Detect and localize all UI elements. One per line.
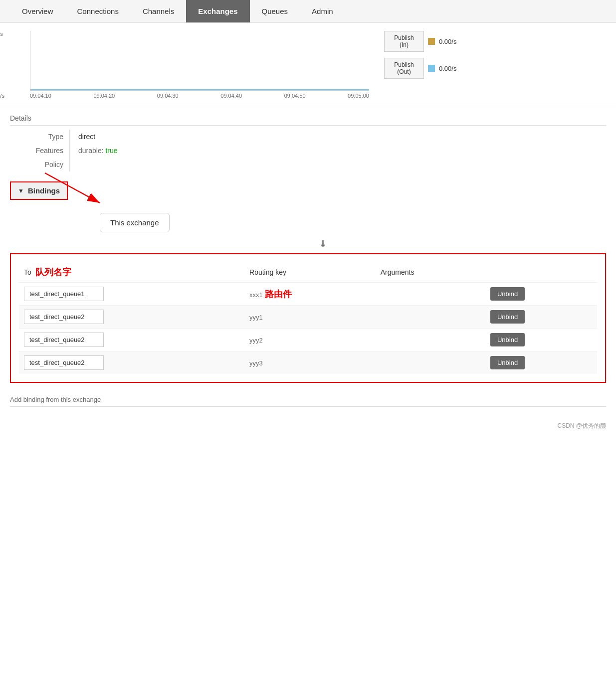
add-binding-section: Add binding from this exchange xyxy=(0,391,616,417)
chart-y-bottom: 0.0 /s xyxy=(0,93,4,99)
chart-legend: Publish (In) 0.00/s Publish (Out) 0.00/s xyxy=(384,31,456,79)
nav-queues[interactable]: Queues xyxy=(250,0,300,22)
annotation-routing: 路由件 xyxy=(265,289,292,299)
legend-label-in-1: Publish xyxy=(391,34,417,41)
details-value-policy xyxy=(70,158,606,171)
details-row-policy: Policy xyxy=(10,158,606,171)
x-label-1: 09:04:10 xyxy=(30,93,51,99)
details-section: Details Type direct Features durable: tr… xyxy=(0,104,616,176)
unbind-button-2[interactable]: Unbind xyxy=(490,310,525,324)
table-row: test_direct_queue2 yyy3 Unbind xyxy=(19,351,597,374)
x-label-4: 09:04:40 xyxy=(220,93,242,99)
routing-key-2: yyy1 xyxy=(249,314,263,321)
routing-key-cell-4: yyy3 xyxy=(244,351,376,374)
details-value-features: durable: true xyxy=(70,144,606,158)
routing-key-3: yyy2 xyxy=(249,336,263,344)
bindings-table: To 队列名字 Routing key Arguments test_direc… xyxy=(19,262,597,374)
legend-label-out-1: Publish xyxy=(391,61,417,68)
legend-label-out-2: (Out) xyxy=(391,68,417,75)
legend-btn-in: Publish (In) xyxy=(384,31,424,52)
unbind-button-3[interactable]: Unbind xyxy=(490,333,525,346)
queue-cell-3: test_direct_queue2 xyxy=(19,329,244,351)
bindings-table-header: To 队列名字 Routing key Arguments xyxy=(19,262,597,283)
table-row: test_direct_queue2 yyy1 Unbind xyxy=(19,306,597,329)
legend-color-in xyxy=(428,38,435,45)
legend-btn-out: Publish (Out) xyxy=(384,58,424,79)
legend-label-in-2: (In) xyxy=(391,41,417,48)
add-binding-title: Add binding from this exchange xyxy=(10,396,606,407)
x-label-3: 09:04:30 xyxy=(157,93,179,99)
x-label-5: 09:04:50 xyxy=(284,93,306,99)
nav-channels[interactable]: Channels xyxy=(131,0,186,22)
details-title: Details xyxy=(10,114,606,126)
chart-line-blue xyxy=(30,89,369,90)
arguments-cell-3 xyxy=(376,329,485,351)
queue-cell-1: test_direct_queue1 xyxy=(19,283,244,306)
unbind-cell-4: Unbind xyxy=(485,351,597,374)
queue-cell-2: test_direct_queue2 xyxy=(19,306,244,329)
durable-value: true xyxy=(105,147,117,155)
queue-name-4: test_direct_queue2 xyxy=(24,355,104,370)
unbind-cell-1: Unbind xyxy=(485,283,597,306)
chart-area xyxy=(30,31,369,91)
col-to: To 队列名字 xyxy=(19,262,244,283)
annotation-area: This exchange ⇓ xyxy=(0,213,616,249)
details-label-policy: Policy xyxy=(10,158,70,171)
col-action xyxy=(485,262,597,283)
unbind-button-1[interactable]: Unbind xyxy=(490,287,525,301)
col-arguments: Arguments xyxy=(376,262,485,283)
details-table: Type direct Features durable: true Polic… xyxy=(10,130,606,171)
unbind-button-4[interactable]: Unbind xyxy=(490,356,525,369)
collapse-icon[interactable]: ▼ xyxy=(18,187,24,194)
details-label-type: Type xyxy=(10,130,70,144)
bindings-header: ▼ Bindings xyxy=(10,181,68,200)
legend-color-out xyxy=(428,65,435,72)
legend-publish-in: Publish (In) 0.00/s xyxy=(384,31,456,52)
annotation-queue: 队列名字 xyxy=(35,266,71,278)
queue-cell-4: test_direct_queue2 xyxy=(19,351,244,374)
routing-key-cell-3: yyy2 xyxy=(244,329,376,351)
arguments-cell-4 xyxy=(376,351,485,374)
chart-y-top: 1.0/s xyxy=(0,31,3,37)
x-label-6: 09:05:00 xyxy=(348,93,369,99)
bindings-section: ▼ Bindings xyxy=(0,176,616,213)
nav-bar: Overview Connections Channels Exchanges … xyxy=(0,0,616,23)
footer-text: CSDN @优秀的颜 xyxy=(557,422,606,429)
queue-name-2: test_direct_queue2 xyxy=(24,310,104,324)
chart-container: 1.0/s 0.0 /s 09:04:10 09:04:20 09:04:30 … xyxy=(10,31,606,99)
nav-overview[interactable]: Overview xyxy=(10,0,65,22)
table-row: test_direct_queue2 yyy2 Unbind xyxy=(19,329,597,351)
nav-admin[interactable]: Admin xyxy=(300,0,345,22)
col-routing-key: Routing key xyxy=(244,262,376,283)
x-label-2: 09:04:20 xyxy=(93,93,115,99)
nav-connections[interactable]: Connections xyxy=(65,0,131,22)
unbind-cell-2: Unbind xyxy=(485,306,597,329)
nav-exchanges[interactable]: Exchanges xyxy=(186,0,249,22)
chart-section: 1.0/s 0.0 /s 09:04:10 09:04:20 09:04:30 … xyxy=(0,23,616,104)
routing-key-cell-2: yyy1 xyxy=(244,306,376,329)
arguments-cell-1 xyxy=(376,283,485,306)
table-row: test_direct_queue1 xxx1 路由件 Unbind xyxy=(19,283,597,306)
routing-key-4: yyy3 xyxy=(249,359,263,367)
arguments-cell-2 xyxy=(376,306,485,329)
details-label-features: Features xyxy=(10,144,70,158)
unbind-cell-3: Unbind xyxy=(485,329,597,351)
durable-label: durable: xyxy=(78,147,104,155)
routing-key-cell-1: xxx1 路由件 xyxy=(244,283,376,306)
legend-value-in: 0.00/s xyxy=(439,38,456,45)
legend-publish-out: Publish (Out) 0.00/s xyxy=(384,58,456,79)
down-arrow: ⇓ xyxy=(40,238,606,249)
footer: CSDN @优秀的颜 xyxy=(0,417,616,435)
details-row-features: Features durable: true xyxy=(10,144,606,158)
legend-value-out: 0.00/s xyxy=(439,65,456,72)
routing-key-1: xxx1 xyxy=(249,291,263,299)
this-exchange-button[interactable]: This exchange xyxy=(100,213,170,232)
chart-x-labels: 09:04:10 09:04:20 09:04:30 09:04:40 09:0… xyxy=(30,93,369,99)
details-value-type: direct xyxy=(70,130,606,144)
queue-name-3: test_direct_queue2 xyxy=(24,333,104,347)
bindings-title: Bindings xyxy=(28,186,60,195)
bindings-table-wrapper: To 队列名字 Routing key Arguments test_direc… xyxy=(10,253,606,383)
queue-name-1: test_direct_queue1 xyxy=(24,287,104,301)
details-row-type: Type direct xyxy=(10,130,606,144)
